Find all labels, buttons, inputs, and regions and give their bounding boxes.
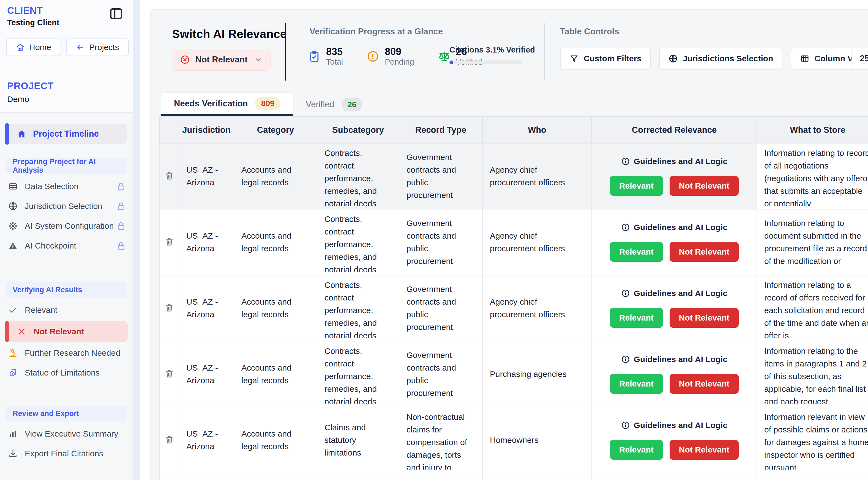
stat-label: Total: [326, 57, 343, 67]
gear-icon: [8, 221, 18, 231]
table-icon: [8, 182, 18, 191]
column-header-record-type: Record Type: [399, 116, 483, 143]
tab-needs-verification[interactable]: Needs Verification809: [161, 93, 293, 116]
cell-record-type: Government contracts and public procurem…: [406, 151, 475, 202]
warning-icon: [8, 241, 18, 250]
citations-progress: Citations 3.1% Verified: [450, 45, 535, 64]
sidebar-item-label: Export Final Citations: [25, 449, 103, 458]
relevant-button[interactable]: Relevant: [610, 176, 663, 196]
progress-heading: Verification Progress at a Glance: [310, 27, 443, 37]
stat-pending: 809Pending: [367, 46, 414, 67]
sidebar-item-relevant[interactable]: Relevant: [0, 300, 133, 320]
sidebar-item-label: Data Selection: [25, 182, 79, 191]
delete-row-button[interactable]: [163, 236, 175, 248]
cell-jurisdiction: US_AZ - Arizona: [186, 362, 226, 387]
relevant-button[interactable]: Relevant: [610, 308, 663, 328]
delete-row-button[interactable]: [163, 434, 175, 446]
sidebar-item-label: Not Relevant: [34, 327, 84, 336]
not-relevant-button[interactable]: Not Relevant: [670, 308, 739, 328]
table-row: US_AZ - ArizonaAccounts and legal record…: [160, 341, 868, 407]
column-header-jurisdiction: Jurisdiction: [179, 116, 234, 143]
header-divider-light: [544, 23, 545, 80]
cell-category: Accounts and legal records: [241, 296, 310, 321]
cell-subcategory: Contracts, contract performance, remedie…: [324, 147, 392, 206]
tab-badge: 809: [255, 97, 280, 110]
delete-row-button[interactable]: [163, 170, 175, 182]
guidelines-label: Guidelines and AI Logic: [634, 157, 727, 166]
guidelines-link[interactable]: Guidelines and AI Logic: [621, 289, 727, 298]
relevance-dropdown[interactable]: Not Relevant: [172, 49, 271, 71]
cell-what-to-store: Information relating to document submitt…: [764, 217, 868, 268]
jurisdictions-selection-button[interactable]: Jurisdictions Selection: [659, 47, 782, 70]
cell-category: Accounts and legal records: [241, 362, 310, 387]
cell-record-type: Government contracts and public procurem…: [406, 349, 475, 400]
cell-who: Homeowners: [490, 434, 538, 446]
lock-icon: [116, 201, 126, 211]
page-size-button[interactable]: 25: [851, 47, 868, 70]
alertCircle-icon: [367, 50, 379, 63]
sidebar-item-jurisdiction-selection[interactable]: Jurisdiction Selection: [0, 196, 133, 216]
not-relevant-button[interactable]: Not Relevant: [670, 440, 739, 460]
not-relevant-button[interactable]: Not Relevant: [670, 176, 739, 196]
home-button[interactable]: Home: [6, 38, 61, 56]
relevant-button[interactable]: Relevant: [610, 440, 663, 460]
guidelines-label: Guidelines and AI Logic: [634, 289, 727, 298]
sidebar-item-label: AI System Configuration: [25, 221, 114, 231]
sidebar-item-label: AI Checkpoint: [25, 241, 76, 250]
sidebar-item-export-final-citations[interactable]: Export Final Citations: [0, 444, 133, 464]
project-timeline-label: Project Timeline: [33, 129, 99, 139]
column-header-what-to-store: What to Store: [757, 116, 868, 143]
relevant-button[interactable]: Relevant: [610, 242, 663, 262]
chevron-down-icon: [254, 56, 262, 64]
cell-subcategory: Contracts, contract performance, remedie…: [324, 213, 392, 272]
info-icon: [621, 157, 630, 166]
records-table-wrap: JurisdictionCategorySubcategoryRecord Ty…: [159, 116, 868, 480]
table-controls-heading: Table Controls: [560, 27, 619, 37]
delete-row-button[interactable]: [163, 302, 175, 314]
sidebar-item-view-executive-summary[interactable]: View Executive Summary: [0, 424, 133, 444]
column-header-corrected-relevance: Corrected Relevance: [592, 116, 757, 143]
guidelines-link[interactable]: Guidelines and AI Logic: [621, 421, 727, 430]
panel-toggle-icon: [109, 18, 123, 22]
stat-total: 835Total: [308, 46, 343, 67]
sidebar-item-data-selection[interactable]: Data Selection: [0, 176, 133, 196]
sidebar-item-further-research-needed[interactable]: Further Research Needed: [0, 343, 133, 363]
sidebar-item-ai-checkpoint[interactable]: AI Checkpoint: [0, 236, 133, 256]
globe-icon: [8, 202, 18, 211]
tab-verified[interactable]: Verified26: [293, 93, 375, 116]
relevant-button[interactable]: Relevant: [610, 374, 663, 394]
sidebar-item-project-timeline[interactable]: Project Timeline: [5, 124, 127, 144]
cell-record-type: Government contracts and public procurem…: [406, 283, 475, 334]
stat-value: 835: [326, 46, 343, 57]
tab-bar: Needs Verification809Verified26: [151, 93, 868, 116]
page-title: Switch AI Relevance: [172, 27, 287, 41]
sidebar-item-statue-of-limitations[interactable]: Statue of Limitations: [0, 363, 133, 383]
guidelines-link[interactable]: Guidelines and AI Logic: [621, 157, 727, 166]
guidelines-link[interactable]: Guidelines and AI Logic: [621, 355, 727, 364]
info-icon: [621, 421, 630, 430]
home-button-label: Home: [29, 43, 51, 52]
delete-row-button[interactable]: [163, 368, 175, 380]
custom-filters-button[interactable]: Custom Filters: [560, 47, 651, 70]
sidebar-item-ai-system-configuration[interactable]: AI System Configuration: [0, 216, 133, 236]
home-icon: [16, 43, 25, 52]
clipboard-icon: [308, 50, 321, 63]
stat-value: 809: [385, 46, 414, 57]
guidelines-link[interactable]: Guidelines and AI Logic: [621, 223, 727, 232]
client-label: CLIENT: [7, 5, 43, 16]
projects-button[interactable]: Projects: [66, 38, 129, 56]
table-row: US_AZ - ArizonaAccounts and legal record…: [160, 143, 868, 209]
not-relevant-button[interactable]: Not Relevant: [670, 242, 739, 262]
project-name: Demo: [7, 95, 29, 104]
sidebar-item-label: Relevant: [25, 305, 57, 315]
not-relevant-button[interactable]: Not Relevant: [670, 374, 739, 394]
lock-icon: [116, 221, 126, 231]
sidebar-toggle-button[interactable]: [109, 7, 123, 21]
lock-icon: [116, 241, 126, 251]
cell-who: Agency chief procurement officers: [490, 230, 584, 255]
info-icon: [621, 223, 630, 232]
sidebar-item-not-relevant[interactable]: Not Relevant: [5, 321, 128, 342]
citations-label: Citations 3.1% Verified: [450, 45, 535, 55]
x-icon: [17, 327, 26, 336]
lock-icon: [116, 181, 126, 191]
